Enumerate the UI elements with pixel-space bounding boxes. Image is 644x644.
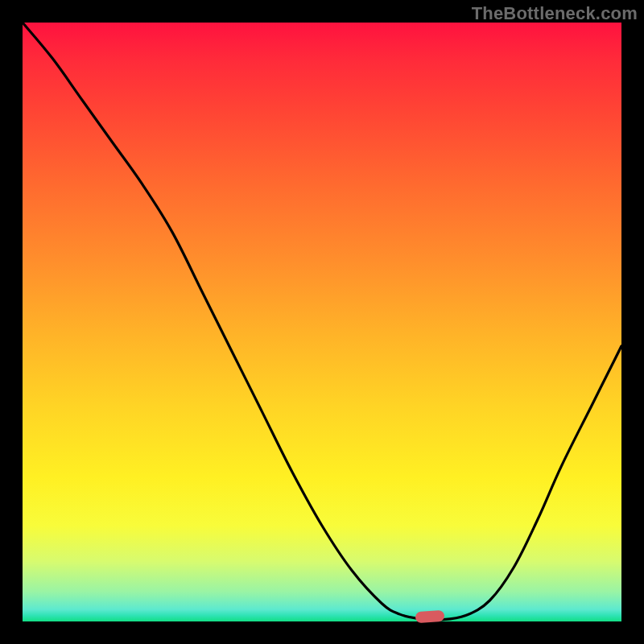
chart-background-gradient [23, 23, 621, 621]
chart-frame [23, 23, 621, 621]
watermark-text: TheBottleneck.com [472, 3, 638, 24]
